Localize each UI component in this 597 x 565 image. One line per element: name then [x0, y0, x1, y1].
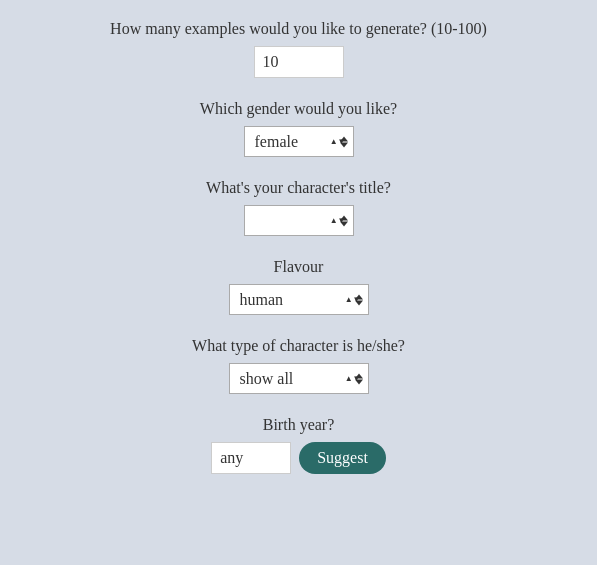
birth-year-group: Birth year? Suggest — [40, 416, 557, 474]
title-label: What's your character's title? — [206, 179, 391, 197]
examples-group: How many examples would you like to gene… — [40, 20, 557, 78]
main-container: How many examples would you like to gene… — [0, 0, 597, 565]
gender-label: Which gender would you like? — [200, 100, 397, 118]
birth-year-input[interactable] — [211, 442, 291, 474]
flavour-select-wrapper: human elf dwarf orc halfling — [229, 284, 369, 315]
flavour-group: Flavour human elf dwarf orc halfling — [40, 258, 557, 315]
gender-select-wrapper: male female any — [244, 126, 354, 157]
examples-label: How many examples would you like to gene… — [110, 20, 487, 38]
title-select-wrapper: Mr Mrs Ms Dr Prof — [244, 205, 354, 236]
character-type-select[interactable]: show all warrior mage rogue cleric — [229, 363, 369, 394]
gender-select[interactable]: male female any — [244, 126, 354, 157]
gender-group: Which gender would you like? male female… — [40, 100, 557, 157]
character-type-group: What type of character is he/she? show a… — [40, 337, 557, 394]
flavour-label: Flavour — [274, 258, 324, 276]
suggest-button[interactable]: Suggest — [299, 442, 386, 474]
character-type-select-wrapper: show all warrior mage rogue cleric — [229, 363, 369, 394]
examples-input[interactable] — [254, 46, 344, 78]
birth-year-row: Suggest — [211, 442, 386, 474]
character-type-label: What type of character is he/she? — [192, 337, 405, 355]
title-group: What's your character's title? Mr Mrs Ms… — [40, 179, 557, 236]
birth-year-label: Birth year? — [263, 416, 335, 434]
flavour-select[interactable]: human elf dwarf orc halfling — [229, 284, 369, 315]
title-select[interactable]: Mr Mrs Ms Dr Prof — [244, 205, 354, 236]
